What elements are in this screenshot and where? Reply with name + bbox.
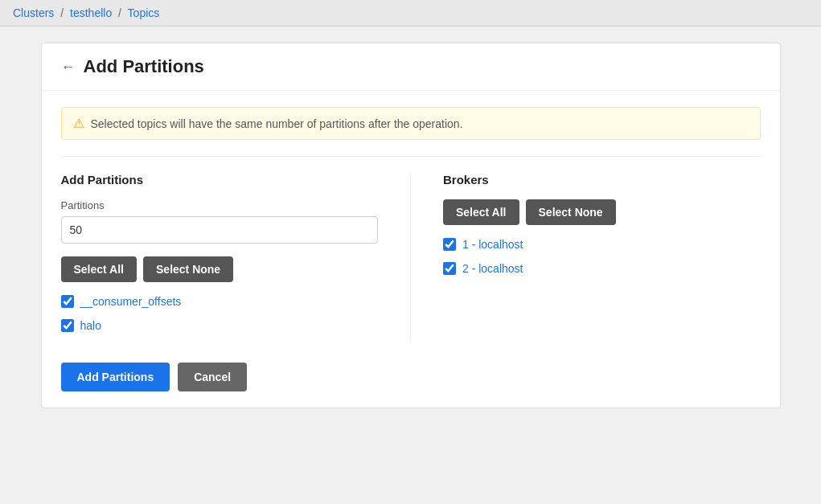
cancel-button[interactable]: Cancel [178,363,247,391]
topic-consumer-offsets-label[interactable]: __consumer_offsets [80,295,182,308]
broker-item-1: 1 - localhost [443,238,761,251]
topic-consumer-offsets-checkbox[interactable] [61,295,74,308]
topic-halo-checkbox[interactable] [61,319,74,332]
card-body: ⚠ Selected topics will have the same num… [42,91,780,408]
brokers-section: Brokers Select All Select None 1 - local… [410,173,761,343]
page-title: Add Partitions [84,56,204,77]
breadcrumb-topics: Topics [128,6,160,19]
warning-text: Selected topics will have the same numbe… [91,117,463,130]
brokers-select-all-button[interactable]: Select All [443,199,519,225]
topic-item-consumer-offsets: __consumer_offsets [61,295,379,308]
topic-item-halo: halo [61,319,379,332]
warning-icon: ⚠ [73,116,84,131]
breadcrumb-separator-1: / [60,6,64,19]
broker-item-2: 2 - localhost [443,262,761,275]
divider [61,156,761,157]
brokers-btn-group: Select All Select None [443,199,761,225]
broker-2-checkbox[interactable] [443,262,456,275]
breadcrumb: Clusters / testhello / Topics [0,0,821,27]
two-column-layout: Add Partitions Partitions Select All Sel… [61,173,761,343]
broker-2-label[interactable]: 2 - localhost [462,262,523,275]
partitions-input[interactable] [61,216,379,244]
add-partitions-section: Add Partitions Partitions Select All Sel… [61,173,379,343]
broker-1-checkbox[interactable] [443,238,456,251]
add-partitions-title: Add Partitions [61,173,379,186]
topic-halo-label[interactable]: halo [80,319,101,332]
topics-btn-group: Select All Select None [61,256,379,282]
card-header: ← Add Partitions [42,43,780,91]
topics-select-all-button[interactable]: Select All [61,256,138,282]
brokers-select-none-button[interactable]: Select None [526,199,616,225]
action-row: Add Partitions Cancel [61,363,761,391]
add-partitions-card: ← Add Partitions ⚠ Selected topics will … [41,43,781,408]
broker-1-label[interactable]: 1 - localhost [462,238,523,251]
back-arrow-icon[interactable]: ← [61,59,76,76]
topics-select-none-button[interactable]: Select None [143,256,233,282]
main-content: ← Add Partitions ⚠ Selected topics will … [25,27,797,424]
breadcrumb-clusters-link[interactable]: Clusters [13,6,54,19]
warning-banner: ⚠ Selected topics will have the same num… [61,107,761,140]
add-partitions-button[interactable]: Add Partitions [61,363,170,391]
partitions-label: Partitions [61,199,379,211]
breadcrumb-cluster-link[interactable]: testhello [70,6,112,19]
breadcrumb-separator-2: / [118,6,121,19]
brokers-title: Brokers [443,173,761,186]
